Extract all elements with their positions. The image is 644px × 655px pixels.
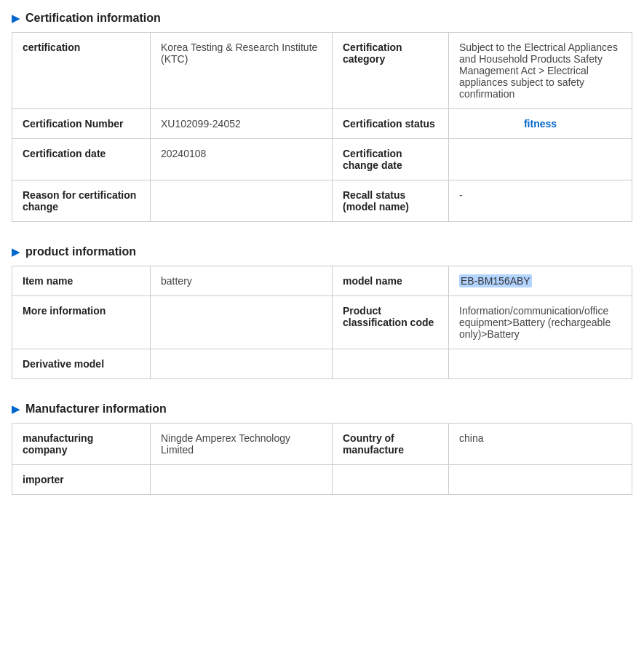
cert-value-certification: Korea Testing & Research Institute (KTC) xyxy=(151,33,333,109)
section-arrow-icon-manufacturer: ▶ xyxy=(12,403,20,415)
prod-value-classification: Information/communication/office equipme… xyxy=(449,296,632,349)
manufacturer-title-text: Manufacturer information xyxy=(25,402,167,416)
certification-table: certification Korea Testing & Research I… xyxy=(12,32,632,222)
cert-value-recall: - xyxy=(449,180,632,222)
fitness-link[interactable]: fitness xyxy=(524,118,557,130)
cert-label-recall: Recall status (model name) xyxy=(333,180,449,222)
mfr-label-country: Country of manufacture xyxy=(333,424,449,465)
cert-value-reason xyxy=(151,180,333,222)
prod-value-more-info xyxy=(151,296,333,349)
cert-label-change-date: Certification change date xyxy=(333,139,449,180)
cert-label-certification: certification xyxy=(12,33,151,109)
prod-label-item-name: Item name xyxy=(12,266,151,296)
mfr-value-importer xyxy=(151,465,333,495)
prod-label-model-name: model name xyxy=(333,266,449,296)
cert-value-number: XU102099-24052 xyxy=(151,109,333,139)
certification-section: ▶ Certification information certificatio… xyxy=(12,12,632,222)
product-title-text: product information xyxy=(25,245,136,258)
cert-value-change-date xyxy=(449,139,632,180)
manufacturer-section-title: ▶ Manufacturer information xyxy=(12,402,632,416)
mfr-value-company: Ningde Amperex Technology Limited xyxy=(151,424,333,465)
manufacturer-section: ▶ Manufacturer information manufacturing… xyxy=(12,402,632,495)
model-name-highlight: EB-BM156ABY xyxy=(459,274,532,287)
cert-label-status: Certification status xyxy=(333,109,449,139)
prod-value-item-name: battery xyxy=(151,266,333,296)
cert-label-reason: Reason for certification change xyxy=(12,180,151,222)
mfr-value-country: china xyxy=(449,424,632,465)
table-row: importer xyxy=(12,465,632,495)
cert-label-number: Certification Number xyxy=(12,109,151,139)
manufacturer-table: manufacturing company Ningde Amperex Tec… xyxy=(12,423,632,495)
prod-label-derivative: Derivative model xyxy=(12,349,151,379)
product-table: Item name battery model name EB-BM156ABY… xyxy=(12,266,632,379)
mfr-value-importer-right xyxy=(449,465,632,495)
cert-label-date: Certification date xyxy=(12,139,151,180)
table-row: Reason for certification change Recall s… xyxy=(12,180,632,222)
cert-value-category: Subject to the Electrical Appliances and… xyxy=(449,33,632,109)
prod-label-more-info: More information xyxy=(12,296,151,349)
product-section-title: ▶ product information xyxy=(12,245,632,258)
section-arrow-icon: ▶ xyxy=(12,12,20,24)
mfr-label-company: manufacturing company xyxy=(12,424,151,465)
table-row: Item name battery model name EB-BM156ABY xyxy=(12,266,632,296)
table-row: More information Product classification … xyxy=(12,296,632,349)
section-arrow-icon-product: ▶ xyxy=(12,246,20,258)
mfr-label-importer-right xyxy=(333,465,449,495)
cert-value-date: 20240108 xyxy=(151,139,333,180)
table-row: Derivative model xyxy=(12,349,632,379)
mfr-label-importer: importer xyxy=(12,465,151,495)
cert-label-category: Certification category xyxy=(333,33,449,109)
table-row: certification Korea Testing & Research I… xyxy=(12,33,632,109)
table-row: manufacturing company Ningde Amperex Tec… xyxy=(12,424,632,465)
prod-label-empty xyxy=(333,349,449,379)
certification-title-text: Certification information xyxy=(25,12,161,25)
prod-value-model-name: EB-BM156ABY xyxy=(449,266,632,296)
prod-value-derivative xyxy=(151,349,333,379)
certification-section-title: ▶ Certification information xyxy=(12,12,632,25)
cert-value-status: fitness xyxy=(449,109,632,139)
product-section: ▶ product information Item name battery … xyxy=(12,245,632,379)
table-row: Certification date 20240108 Certificatio… xyxy=(12,139,632,180)
prod-label-classification: Product classification code xyxy=(333,296,449,349)
prod-value-empty xyxy=(449,349,632,379)
table-row: Certification Number XU102099-24052 Cert… xyxy=(12,109,632,139)
